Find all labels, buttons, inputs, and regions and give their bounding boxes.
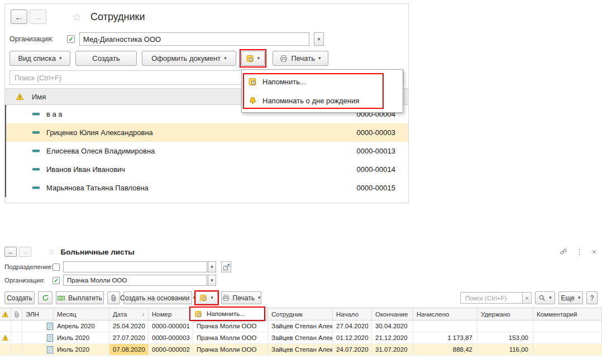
print-label: Печать bbox=[233, 294, 255, 302]
document-icon bbox=[47, 334, 53, 342]
cell-employee: Зайцев Степан Алекс... bbox=[268, 332, 333, 344]
chevron-down-icon: ▾ bbox=[318, 56, 321, 61]
organization-label: Организация: bbox=[9, 35, 63, 43]
department-checkbox[interactable] bbox=[52, 264, 60, 271]
employee-name: Елисеева Олеся Владимировна bbox=[46, 147, 155, 155]
cell-number: 0000-000003 bbox=[149, 332, 193, 344]
cell-paperclip bbox=[11, 320, 22, 332]
menu-item-remind[interactable]: Напомнить... bbox=[195, 308, 245, 320]
document-icon bbox=[47, 323, 53, 330]
cell-employee: Зайцев Степан Алекс... bbox=[268, 344, 333, 356]
more-button[interactable]: Еще ▾ bbox=[558, 291, 583, 304]
favorite-star-icon[interactable]: ☆ bbox=[48, 248, 55, 256]
get-link-icon[interactable] bbox=[560, 248, 567, 256]
table-row[interactable]: Елисеева Олеся Владимировна 0000-00013 bbox=[6, 142, 408, 160]
cell-end: 30.04.2020 bbox=[372, 320, 413, 332]
cell-eln bbox=[22, 332, 54, 344]
cell-withheld bbox=[477, 320, 533, 332]
back-button[interactable]: ← bbox=[11, 9, 27, 24]
make-document-button[interactable]: Оформить документ ▾ bbox=[142, 51, 236, 66]
printer-icon bbox=[222, 294, 230, 301]
cell-organization: Прачка Молли ООО bbox=[193, 332, 268, 344]
cell-comment bbox=[533, 332, 602, 344]
view-list-label: Вид списка bbox=[18, 54, 56, 63]
employee-icon bbox=[32, 150, 40, 152]
table-row[interactable]: Апрель 2020 25.04.2020 0000-000001 Прачк… bbox=[0, 320, 602, 332]
department-combo-button[interactable]: ▾ bbox=[208, 261, 216, 272]
employee-code: 0000-00003 bbox=[357, 128, 395, 137]
organization-combo-button[interactable]: ▾ bbox=[208, 275, 216, 286]
cell-date: 27.07.2020 bbox=[109, 332, 149, 344]
reminder-dropdown-menu: Напомнить... Напоминать о дне рождения bbox=[241, 69, 403, 113]
menu-item-birthday-label: Напоминать о дне рождения bbox=[262, 97, 359, 105]
refresh-button[interactable] bbox=[38, 291, 52, 304]
chevron-down-icon: ▾ bbox=[59, 56, 62, 61]
more-menu-icon[interactable]: ⋮ bbox=[576, 248, 584, 256]
create-based-on-button[interactable]: Создать на основании ▾ bbox=[123, 291, 192, 304]
sick-leaves-window: ← → ☆ Больничные листы ⋮ × Подразделение… bbox=[0, 242, 602, 364]
print-button[interactable]: Печать ▾ bbox=[273, 51, 328, 66]
department-filter-row: Подразделение: ▾ bbox=[4, 261, 598, 272]
bell-icon bbox=[249, 97, 257, 105]
department-open-button[interactable] bbox=[221, 261, 231, 272]
open-link-icon bbox=[223, 264, 230, 271]
reminder-dropdown-menu: Напомнить... bbox=[190, 308, 264, 320]
table-row[interactable]: Марьянова Татьяна Павловна 0000-00015 bbox=[6, 179, 408, 197]
employee-name: Гриценко Юлия Александровна bbox=[46, 128, 153, 137]
cell-organization: Прачка Молли ООО bbox=[193, 344, 268, 356]
reminder-menu-button[interactable]: ▾ bbox=[195, 291, 218, 304]
column-header-date: Дата↓ bbox=[109, 308, 149, 320]
find-button[interactable]: ▾ bbox=[535, 291, 555, 304]
attachments-button[interactable] bbox=[107, 291, 120, 304]
create-button[interactable]: Создать bbox=[4, 291, 35, 304]
column-header-name: Имя bbox=[32, 93, 46, 101]
cell-organization: Прачка Молли ООО bbox=[193, 320, 268, 332]
print-button[interactable]: Печать ▾ bbox=[221, 291, 261, 304]
back-button[interactable]: ← bbox=[4, 247, 17, 257]
cell-warning bbox=[0, 320, 11, 332]
print-label: Печать bbox=[291, 54, 315, 63]
department-combo[interactable] bbox=[63, 261, 207, 272]
menu-item-remind[interactable]: Напомнить... bbox=[242, 72, 403, 91]
menu-item-remind-label: Напомнить... bbox=[262, 78, 306, 86]
pay-label: Выплатить bbox=[68, 294, 102, 302]
table-row-selected[interactable]: Гриценко Юлия Александровна 0000-00003 bbox=[6, 123, 408, 142]
cell-warning bbox=[0, 344, 11, 356]
organization-label: Организация: bbox=[4, 277, 49, 284]
organization-combo[interactable]: Прачка Молли ООО bbox=[63, 275, 207, 286]
help-button[interactable]: ? bbox=[586, 291, 598, 304]
search-group: × bbox=[460, 292, 532, 304]
search-input[interactable] bbox=[460, 292, 523, 304]
close-icon[interactable]: × bbox=[592, 248, 596, 256]
favorite-star-icon[interactable]: ☆ bbox=[72, 12, 82, 22]
menu-item-birthday-reminder[interactable]: Напоминать о дне рождения bbox=[242, 91, 403, 110]
organization-filter-row: Организация: ✓ Мед-Диагностика ООО ▾ bbox=[9, 32, 404, 46]
employee-icon bbox=[32, 186, 40, 189]
cell-accrued: 888,42 bbox=[413, 344, 477, 356]
clear-search-icon[interactable]: × bbox=[523, 292, 532, 304]
reminder-menu-button[interactable]: ▾ bbox=[241, 51, 265, 66]
organization-checkbox[interactable]: ✓ bbox=[67, 35, 75, 43]
table-row[interactable]: Иванов Иван Иванович 0000-00014 bbox=[6, 160, 408, 179]
table-row-selected[interactable]: Июль 2020 07.08.2020 0000-000002 Прачка … bbox=[0, 344, 602, 356]
cell-warning bbox=[0, 332, 11, 344]
create-button[interactable]: Создать bbox=[75, 51, 137, 66]
check-icon: ✓ bbox=[68, 36, 73, 43]
cell-date-focused: 07.08.2020 bbox=[109, 344, 149, 356]
chevron-down-icon: ▾ bbox=[211, 295, 213, 300]
reminder-icon bbox=[200, 294, 207, 301]
view-list-button[interactable]: Вид списка ▾ bbox=[9, 51, 70, 66]
sick-leaves-table-header[interactable]: ЭЛН Месяц Дата↓ Номер Сотрудник Начало О… bbox=[0, 308, 602, 320]
reminder-icon bbox=[249, 78, 257, 86]
reminder-icon bbox=[195, 310, 202, 318]
page-title: Больничные листы bbox=[61, 248, 135, 256]
organization-combo[interactable]: Мед-Диагностика ООО bbox=[79, 32, 309, 46]
chevron-down-icon: ▾ bbox=[224, 56, 227, 61]
pay-button[interactable]: Выплатить bbox=[56, 291, 104, 304]
organization-combo-button[interactable]: ▾ bbox=[314, 32, 324, 46]
cell-eln bbox=[22, 344, 54, 356]
table-row[interactable]: Июль 2020 27.07.2020 0000-000003 Прачка … bbox=[0, 332, 602, 344]
forward-button[interactable]: → bbox=[19, 247, 31, 257]
forward-button[interactable]: → bbox=[30, 9, 46, 24]
organization-checkbox[interactable]: ✓ bbox=[52, 277, 60, 284]
